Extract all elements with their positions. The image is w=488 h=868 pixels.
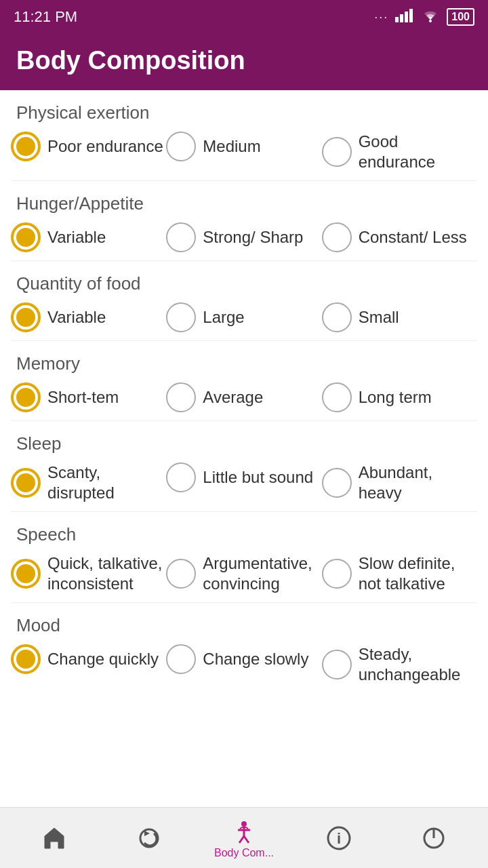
radio-circle-quick-talkative	[11, 559, 41, 589]
radio-circle-small	[322, 302, 352, 332]
radio-option-slow-definite[interactable]: Slow definite, not talkative	[322, 553, 477, 594]
radio-label-long-term: Long term	[359, 387, 432, 408]
section-label-speech: Speech	[0, 512, 488, 551]
bottom-navigation: Body Com... i	[0, 807, 488, 868]
nav-body-comp-label: Body Com...	[214, 847, 274, 859]
section-label-sleep: Sleep	[0, 421, 488, 460]
radio-circle-slow-definite	[322, 559, 352, 589]
radio-circle-variable-qty	[11, 302, 41, 332]
radio-label-steady-unchangeable: Steady, unchangeable	[359, 644, 477, 685]
svg-point-4	[429, 20, 432, 22]
radio-group-mood: Change quicklyChange slowlySteady, uncha…	[0, 642, 488, 693]
radio-label-variable-qty: Variable	[47, 307, 106, 328]
radio-option-change-slowly[interactable]: Change slowly	[166, 644, 321, 674]
radio-group-memory: Short-temAverageLong term	[0, 380, 488, 420]
signal-dots-icon: ···	[374, 10, 388, 24]
radio-circle-average	[166, 382, 196, 412]
radio-option-good-endurance[interactable]: Good endurance	[322, 132, 477, 172]
radio-label-poor-endurance: Poor endurance	[47, 136, 163, 157]
nav-power[interactable]	[386, 808, 481, 868]
nav-home[interactable]	[7, 808, 102, 868]
status-time: 11:21 PM	[14, 8, 77, 26]
radio-circle-variable-hunger	[11, 222, 41, 252]
radio-option-medium[interactable]: Medium	[166, 132, 321, 161]
radio-option-average[interactable]: Average	[166, 382, 321, 412]
radio-label-constant-less: Constant/ Less	[359, 227, 467, 248]
battery-indicator: 100	[447, 8, 474, 26]
radio-circle-good-endurance	[322, 137, 352, 167]
status-bar: 11:21 PM ··· 100	[0, 0, 488, 34]
svg-line-11	[244, 836, 249, 843]
radio-circle-poor-endurance	[11, 132, 41, 161]
radio-label-short-term: Short-tem	[47, 387, 119, 408]
svg-rect-3	[409, 9, 413, 22]
radio-option-variable-qty[interactable]: Variable	[11, 302, 166, 332]
radio-label-quick-talkative: Quick, talkative, inconsistent	[47, 553, 166, 594]
svg-marker-6	[144, 831, 150, 836]
radio-option-variable-hunger[interactable]: Variable	[11, 222, 166, 252]
page-header: Body Composition	[0, 34, 488, 90]
radio-circle-change-slowly	[166, 644, 196, 674]
radio-circle-short-term	[11, 382, 41, 412]
svg-point-7	[241, 821, 247, 827]
nav-info[interactable]: i	[291, 808, 386, 868]
radio-label-good-endurance: Good endurance	[359, 132, 477, 172]
radio-label-slow-definite: Slow definite, not talkative	[359, 553, 477, 594]
radio-group-speech: Quick, talkative, inconsistentArgumentat…	[0, 551, 488, 602]
section-label-quantity-food: Quantity of food	[0, 261, 488, 300]
content-area: Physical exertionPoor enduranceMediumGoo…	[0, 90, 488, 807]
radio-circle-change-quickly	[11, 644, 41, 674]
radio-option-steady-unchangeable[interactable]: Steady, unchangeable	[322, 644, 477, 685]
radio-circle-steady-unchangeable	[322, 650, 352, 679]
radio-option-poor-endurance[interactable]: Poor endurance	[11, 132, 166, 161]
radio-group-physical-exertion: Poor enduranceMediumGood endurance	[0, 129, 488, 180]
section-label-mood: Mood	[0, 603, 488, 642]
radio-circle-medium	[166, 132, 196, 161]
radio-circle-scanty-disrupted	[11, 468, 41, 498]
svg-rect-2	[405, 12, 408, 22]
radio-option-long-term[interactable]: Long term	[322, 382, 477, 412]
radio-label-abundant-heavy: Abundant, heavy	[359, 462, 477, 503]
radio-option-abundant-heavy[interactable]: Abundant, heavy	[322, 462, 477, 503]
radio-label-large: Large	[203, 307, 244, 328]
signal-bars-icon	[395, 7, 414, 26]
status-right: ··· 100	[374, 7, 474, 26]
radio-label-average: Average	[203, 387, 263, 408]
radio-label-change-slowly: Change slowly	[203, 649, 308, 669]
radio-option-quick-talkative[interactable]: Quick, talkative, inconsistent	[11, 553, 166, 594]
radio-option-little-but-sound[interactable]: Little but sound	[166, 462, 321, 492]
radio-circle-constant-less	[322, 222, 352, 252]
nav-refresh[interactable]	[102, 808, 197, 868]
radio-label-small: Small	[359, 307, 399, 328]
radio-label-little-but-sound: Little but sound	[203, 467, 313, 488]
nav-body-comp[interactable]: Body Com...	[197, 808, 291, 868]
radio-label-medium: Medium	[203, 136, 260, 157]
radio-option-short-term[interactable]: Short-tem	[11, 382, 166, 412]
radio-circle-little-but-sound	[166, 462, 196, 492]
radio-circle-strong-sharp	[166, 222, 196, 252]
radio-circle-argumentative	[166, 559, 196, 589]
radio-label-change-quickly: Change quickly	[47, 649, 159, 669]
radio-label-scanty-disrupted: Scanty, disrupted	[47, 462, 166, 503]
section-label-physical-exertion: Physical exertion	[0, 90, 488, 129]
svg-rect-1	[400, 14, 403, 22]
radio-label-argumentative: Argumentative, convincing	[203, 553, 321, 594]
radio-label-variable-hunger: Variable	[47, 227, 106, 248]
radio-circle-long-term	[322, 382, 352, 412]
radio-option-scanty-disrupted[interactable]: Scanty, disrupted	[11, 462, 166, 503]
radio-option-constant-less[interactable]: Constant/ Less	[322, 222, 477, 252]
radio-group-hunger-appetite: VariableStrong/ SharpConstant/ Less	[0, 220, 488, 260]
radio-option-small[interactable]: Small	[322, 302, 477, 332]
radio-option-large[interactable]: Large	[166, 302, 321, 332]
page-title: Body Composition	[16, 46, 245, 75]
radio-label-strong-sharp: Strong/ Sharp	[203, 227, 303, 248]
radio-option-change-quickly[interactable]: Change quickly	[11, 644, 166, 674]
radio-option-argumentative[interactable]: Argumentative, convincing	[166, 553, 321, 594]
svg-rect-0	[395, 17, 399, 22]
section-label-hunger-appetite: Hunger/Appetite	[0, 181, 488, 220]
radio-circle-large	[166, 302, 196, 332]
radio-option-strong-sharp[interactable]: Strong/ Sharp	[166, 222, 321, 252]
radio-circle-abundant-heavy	[322, 468, 352, 498]
radio-group-sleep: Scanty, disruptedLittle but soundAbundan…	[0, 460, 488, 511]
section-label-memory: Memory	[0, 341, 488, 380]
